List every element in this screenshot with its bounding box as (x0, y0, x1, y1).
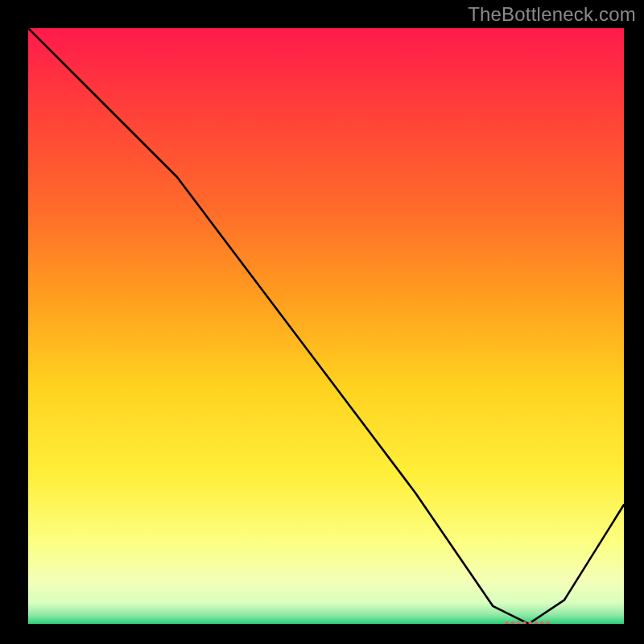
svg-rect-0 (506, 621, 509, 624)
svg-rect-2 (517, 621, 520, 624)
chart-svg (28, 28, 624, 624)
svg-rect-6 (540, 621, 543, 624)
watermark-text: TheBottleneck.com (468, 3, 636, 26)
svg-rect-4 (529, 621, 532, 624)
svg-rect-5 (535, 621, 538, 624)
svg-rect-3 (522, 621, 526, 624)
plot-area (28, 28, 624, 624)
svg-rect-7 (546, 621, 549, 624)
chart-frame: TheBottleneck.com (0, 0, 644, 644)
svg-rect-1 (511, 621, 514, 624)
